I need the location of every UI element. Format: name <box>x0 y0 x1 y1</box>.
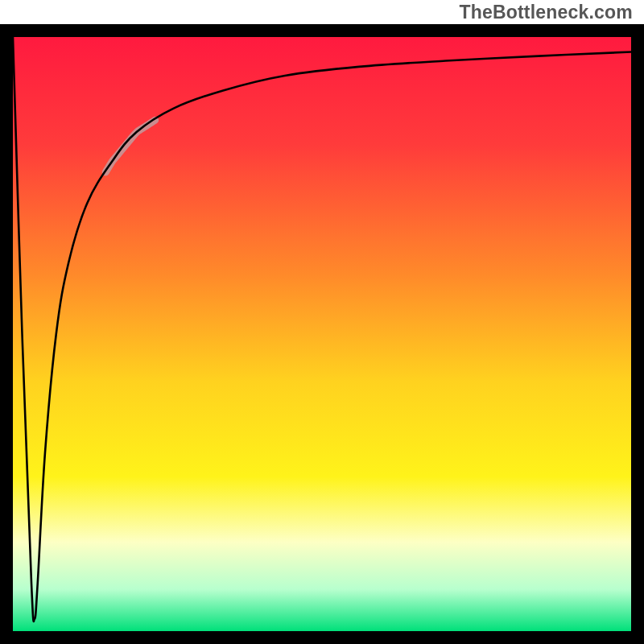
plot-area <box>13 37 631 631</box>
frame-bottom <box>0 631 644 644</box>
watermark-text: TheBottleneck.com <box>459 2 633 23</box>
curve-highlight <box>105 120 155 172</box>
frame-right <box>631 24 644 644</box>
chart-stage: TheBottleneck.com <box>0 0 644 644</box>
bottleneck-curve <box>13 37 631 621</box>
frame-top <box>0 24 644 37</box>
curve-svg <box>13 37 631 631</box>
frame-left <box>0 24 13 644</box>
